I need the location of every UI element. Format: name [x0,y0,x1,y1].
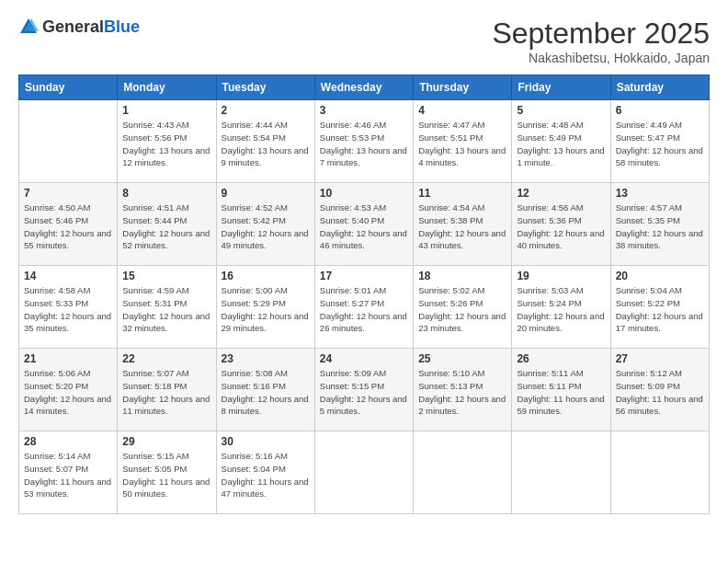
calendar-row: 21Sunrise: 5:06 AM Sunset: 5:20 PM Dayli… [19,349,710,431]
day-number: 9 [222,187,310,200]
day-number: 5 [517,104,605,117]
day-info: Sunrise: 5:15 AM Sunset: 5:05 PM Dayligh… [122,450,210,500]
day-info: Sunrise: 4:44 AM Sunset: 5:54 PM Dayligh… [222,119,310,169]
day-number: 3 [320,104,408,117]
day-number: 20 [616,270,704,282]
calendar-cell: 21Sunrise: 5:06 AM Sunset: 5:20 PM Dayli… [19,349,118,431]
calendar-cell: 18Sunrise: 5:02 AM Sunset: 5:26 PM Dayli… [414,266,512,349]
day-number: 6 [616,104,704,117]
day-number: 8 [122,187,210,200]
calendar-cell: 14Sunrise: 4:58 AM Sunset: 5:33 PM Dayli… [19,266,118,349]
day-number: 12 [517,187,605,200]
calendar-cell: 28Sunrise: 5:14 AM Sunset: 5:07 PM Dayli… [19,431,118,514]
page-header: GeneralBlue September 2025 Nakashibetsu,… [18,17,710,65]
day-number: 19 [517,270,605,282]
calendar-cell: 17Sunrise: 5:01 AM Sunset: 5:27 PM Dayli… [314,266,413,349]
calendar-cell: 26Sunrise: 5:11 AM Sunset: 5:11 PM Dayli… [512,349,610,431]
header-cell-wednesday: Wednesday [314,75,413,100]
day-info: Sunrise: 4:59 AM Sunset: 5:31 PM Dayligh… [122,284,210,335]
header-cell-saturday: Saturday [610,75,709,100]
day-number: 27 [616,352,704,365]
logo-general: General [42,17,104,36]
day-info: Sunrise: 5:10 AM Sunset: 5:13 PM Dayligh… [418,367,506,418]
calendar-cell: 22Sunrise: 5:07 AM Sunset: 5:18 PM Dayli… [118,349,216,431]
calendar-row: 1Sunrise: 4:43 AM Sunset: 5:56 PM Daylig… [19,100,710,183]
day-info: Sunrise: 5:04 AM Sunset: 5:22 PM Dayligh… [616,284,704,335]
day-number: 22 [122,352,210,365]
calendar-cell: 7Sunrise: 4:50 AM Sunset: 5:46 PM Daylig… [19,183,118,266]
month-title: September 2025 [492,17,710,51]
calendar-cell: 11Sunrise: 4:54 AM Sunset: 5:38 PM Dayli… [414,183,512,266]
day-info: Sunrise: 4:52 AM Sunset: 5:42 PM Dayligh… [222,201,310,252]
title-area: September 2025 Nakashibetsu, Hokkaido, J… [492,17,710,65]
calendar-cell: 15Sunrise: 4:59 AM Sunset: 5:31 PM Dayli… [118,266,216,349]
day-info: Sunrise: 4:58 AM Sunset: 5:33 PM Dayligh… [24,284,112,335]
day-info: Sunrise: 5:06 AM Sunset: 5:20 PM Dayligh… [24,367,112,418]
calendar-cell: 12Sunrise: 4:56 AM Sunset: 5:36 PM Dayli… [512,183,610,266]
header-cell-friday: Friday [512,75,610,100]
day-number: 25 [418,352,506,365]
day-info: Sunrise: 5:00 AM Sunset: 5:29 PM Dayligh… [222,284,310,335]
calendar-cell: 16Sunrise: 5:00 AM Sunset: 5:29 PM Dayli… [216,266,314,349]
day-info: Sunrise: 4:53 AM Sunset: 5:40 PM Dayligh… [320,201,408,252]
header-cell-thursday: Thursday [414,75,512,100]
day-number: 2 [222,104,310,117]
day-number: 30 [222,435,310,448]
day-info: Sunrise: 4:51 AM Sunset: 5:44 PM Dayligh… [122,201,210,252]
calendar-row: 14Sunrise: 4:58 AM Sunset: 5:33 PM Dayli… [19,266,710,349]
day-number: 15 [122,270,210,282]
header-row: SundayMondayTuesdayWednesdayThursdayFrid… [19,75,710,100]
day-number: 29 [122,435,210,448]
calendar-cell: 24Sunrise: 5:09 AM Sunset: 5:15 PM Dayli… [314,349,413,431]
day-number: 17 [320,270,408,282]
day-info: Sunrise: 5:16 AM Sunset: 5:04 PM Dayligh… [222,450,310,500]
day-number: 18 [418,270,506,282]
calendar-cell: 4Sunrise: 4:47 AM Sunset: 5:51 PM Daylig… [414,100,512,183]
calendar-cell: 23Sunrise: 5:08 AM Sunset: 5:16 PM Dayli… [216,349,314,431]
day-info: Sunrise: 4:54 AM Sunset: 5:38 PM Dayligh… [418,201,506,252]
day-number: 28 [24,435,112,448]
calendar-cell: 1Sunrise: 4:43 AM Sunset: 5:56 PM Daylig… [118,100,216,183]
location-title: Nakashibetsu, Hokkaido, Japan [492,51,710,65]
day-number: 4 [418,104,506,117]
day-info: Sunrise: 4:43 AM Sunset: 5:56 PM Dayligh… [122,119,210,169]
day-info: Sunrise: 4:46 AM Sunset: 5:53 PM Dayligh… [320,119,408,169]
day-number: 23 [222,352,310,365]
day-info: Sunrise: 4:47 AM Sunset: 5:51 PM Dayligh… [418,119,506,169]
day-info: Sunrise: 4:57 AM Sunset: 5:35 PM Dayligh… [616,201,704,252]
day-info: Sunrise: 5:11 AM Sunset: 5:11 PM Dayligh… [517,367,605,418]
calendar-cell: 13Sunrise: 4:57 AM Sunset: 5:35 PM Dayli… [610,183,709,266]
calendar-cell: 10Sunrise: 4:53 AM Sunset: 5:40 PM Dayli… [314,183,413,266]
calendar-cell: 6Sunrise: 4:49 AM Sunset: 5:47 PM Daylig… [610,100,709,183]
calendar-cell: 20Sunrise: 5:04 AM Sunset: 5:22 PM Dayli… [610,266,709,349]
day-info: Sunrise: 5:07 AM Sunset: 5:18 PM Dayligh… [122,367,210,418]
day-info: Sunrise: 5:12 AM Sunset: 5:09 PM Dayligh… [616,367,704,418]
day-number: 21 [24,352,112,365]
day-info: Sunrise: 5:03 AM Sunset: 5:24 PM Dayligh… [517,284,605,335]
calendar-table: SundayMondayTuesdayWednesdayThursdayFrid… [18,75,710,514]
calendar-cell: 30Sunrise: 5:16 AM Sunset: 5:04 PM Dayli… [216,431,314,514]
day-number: 24 [320,352,408,365]
day-number: 14 [24,270,112,282]
calendar-cell [610,431,709,514]
day-info: Sunrise: 5:01 AM Sunset: 5:27 PM Dayligh… [320,284,408,335]
day-info: Sunrise: 4:50 AM Sunset: 5:46 PM Dayligh… [24,201,112,252]
calendar-cell [512,431,610,514]
day-number: 10 [320,187,408,200]
day-info: Sunrise: 5:08 AM Sunset: 5:16 PM Dayligh… [222,367,310,418]
day-info: Sunrise: 4:49 AM Sunset: 5:47 PM Dayligh… [616,119,704,169]
calendar-row: 7Sunrise: 4:50 AM Sunset: 5:46 PM Daylig… [19,183,710,266]
logo-blue: Blue [104,17,140,36]
calendar-cell: 3Sunrise: 4:46 AM Sunset: 5:53 PM Daylig… [314,100,413,183]
calendar-row: 28Sunrise: 5:14 AM Sunset: 5:07 PM Dayli… [19,431,710,514]
header-cell-tuesday: Tuesday [216,75,314,100]
day-info: Sunrise: 5:02 AM Sunset: 5:26 PM Dayligh… [418,284,506,335]
day-number: 7 [24,187,112,200]
calendar-cell: 27Sunrise: 5:12 AM Sunset: 5:09 PM Dayli… [610,349,709,431]
calendar-cell [414,431,512,514]
calendar-cell: 2Sunrise: 4:44 AM Sunset: 5:54 PM Daylig… [216,100,314,183]
day-info: Sunrise: 4:56 AM Sunset: 5:36 PM Dayligh… [517,201,605,252]
day-info: Sunrise: 4:48 AM Sunset: 5:49 PM Dayligh… [517,119,605,169]
calendar-cell: 5Sunrise: 4:48 AM Sunset: 5:49 PM Daylig… [512,100,610,183]
day-number: 13 [616,187,704,200]
